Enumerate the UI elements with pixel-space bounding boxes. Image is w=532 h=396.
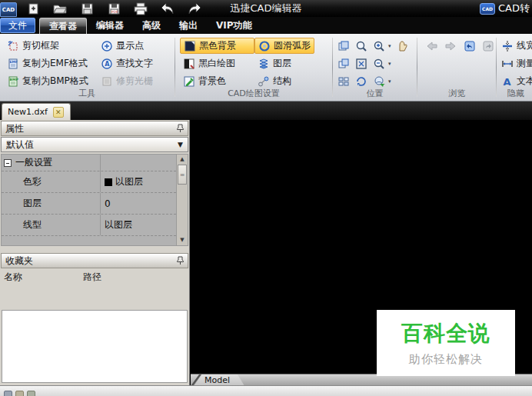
render-mode-icon[interactable] — [372, 75, 386, 88]
tab-editor[interactable]: 编辑器 — [87, 18, 133, 34]
property-preset-value: 默认值 — [6, 138, 34, 151]
ribbon-group-tools: 剪切框架 EMF 复制为EMF格式 BMP 复制为BMP格式 显示点 A — [0, 34, 174, 101]
save-pdf-icon: PDF — [107, 2, 121, 16]
pan-view-icon[interactable] — [337, 39, 351, 53]
watermark-title: 百科全说 — [401, 319, 490, 348]
pin-icon[interactable] — [177, 256, 184, 265]
cad-converter-icon: CAD — [480, 3, 495, 15]
smooth-arc-icon — [258, 40, 271, 52]
ribbon-group-browse: 浏览 — [419, 34, 495, 101]
new-file-button[interactable] — [22, 1, 44, 16]
copy-emf-button[interactable]: EMF 复制为EMF格式 — [4, 55, 98, 72]
pin-icon[interactable] — [177, 124, 184, 133]
bottom-panel-strip — [0, 385, 532, 396]
rotate-view-icon[interactable] — [354, 75, 368, 88]
save-as-pdf-button[interactable]: PDF — [103, 1, 125, 16]
clip-frame-button[interactable]: 剪切框架 — [4, 37, 98, 55]
model-tab[interactable]: Model — [194, 374, 244, 386]
black-background-toggle[interactable]: 黑色背景 — [180, 38, 254, 54]
zoom-in-dropdown[interactable]: ▾ — [388, 43, 391, 49]
chevron-down-icon: ▼ — [178, 141, 183, 148]
zoom-window-icon[interactable] — [354, 39, 368, 53]
ribbon-separator — [496, 38, 497, 97]
favorites-column-name[interactable]: 名称 — [4, 271, 83, 284]
copy-emf-icon: EMF — [7, 58, 19, 70]
menu-bar: 文件 查看器 编辑器 高级 输出 VIP功能 — [0, 17, 532, 34]
document-tab-label: New1.dxf — [8, 107, 48, 117]
menu-file-button[interactable]: 文件 — [0, 18, 35, 33]
open-folder-icon — [52, 2, 68, 16]
scroll-down-icon[interactable]: ▼ — [177, 235, 188, 245]
title-bar: CAD PDF 迅捷CAD编辑器 CAD CAD转 — [0, 0, 532, 17]
zoom-in-icon[interactable] — [372, 39, 386, 53]
print-button[interactable] — [130, 1, 151, 16]
scroll-up-icon[interactable]: ▲ — [177, 155, 188, 165]
smooth-arc-toggle[interactable]: 圆滑弧形 — [254, 38, 314, 54]
property-group-row[interactable]: 一般设置 — [2, 155, 176, 171]
group-label-position: 位置 — [334, 88, 416, 99]
tab-output[interactable]: 输出 — [170, 18, 207, 34]
find-text-icon: A — [101, 58, 113, 70]
new-file-icon — [26, 2, 41, 16]
status-icon-clipped — [27, 391, 35, 396]
zoom-out-icon[interactable] — [372, 57, 386, 71]
undo-button[interactable] — [157, 1, 178, 16]
layers-button[interactable]: 图层 — [254, 55, 314, 72]
show-points-button[interactable]: 显示点 — [98, 37, 156, 55]
open-file-button[interactable] — [49, 1, 71, 16]
favorites-column-path[interactable]: 路径 — [83, 271, 101, 284]
svg-text:A: A — [504, 76, 511, 88]
properties-scrollbar[interactable]: ▲ ≡ ▼ — [176, 155, 188, 245]
zoom-out-dropdown[interactable]: ▾ — [388, 61, 391, 67]
brand-link[interactable]: CAD CAD转 — [480, 0, 532, 17]
color-swatch-black — [105, 178, 112, 186]
save-button[interactable] — [76, 1, 98, 16]
ribbon-separator — [332, 38, 333, 97]
property-preset-dropdown[interactable]: 默认值 ▼ — [1, 137, 188, 152]
group-label-tools: 工具 — [0, 88, 174, 99]
properties-panel-header: 属性 — [1, 121, 188, 136]
render-mode-dropdown[interactable]: ▾ — [388, 78, 391, 85]
ribbon: 剪切框架 EMF 复制为EMF格式 BMP 复制为BMP格式 显示点 A — [0, 34, 532, 101]
line-weight-icon — [501, 40, 514, 52]
measure-button[interactable]: 测量 — [498, 55, 532, 72]
property-row-layer[interactable]: 图层 0 — [2, 193, 176, 215]
tab-viewer[interactable]: 查看器 — [39, 18, 87, 34]
watermark-subtitle: 助你轻松解决 — [409, 352, 483, 367]
clip-frame-icon — [7, 40, 19, 52]
printer-icon — [133, 2, 148, 16]
document-tab[interactable]: New1.dxf ✕ — [2, 103, 71, 120]
favorites-list[interactable] — [2, 310, 188, 383]
background-color-icon — [183, 75, 195, 88]
scroll-thumb[interactable]: ≡ — [178, 165, 187, 185]
zoom-extents-icon[interactable] — [354, 57, 368, 71]
svg-text:A: A — [105, 61, 110, 68]
property-grid: 一般设置 色彩 以图层 图层 0 线型 以图层 ▲ ≡ ▼ — [1, 154, 188, 246]
status-icon-clipped — [15, 391, 24, 396]
view-undo-icon[interactable] — [463, 39, 477, 53]
find-text-button[interactable]: A 查找文字 — [98, 55, 156, 72]
line-weight-button[interactable]: 线宽 — [498, 37, 532, 55]
app-logo-icon: CAD — [0, 2, 17, 17]
black-background-icon — [184, 40, 196, 52]
save-icon — [80, 2, 95, 16]
properties-panel-title: 属性 — [5, 122, 24, 135]
copy-bmp-icon: BMP — [7, 75, 19, 88]
brand-label: CAD转 — [498, 2, 530, 15]
hand-pan-icon[interactable] — [395, 39, 409, 53]
group-label-hide: 隐藏 — [498, 88, 532, 99]
tab-advanced[interactable]: 高级 — [133, 18, 170, 34]
view-redo-icon — [482, 39, 496, 53]
group-label-cad-settings: CAD绘图设置 — [176, 88, 331, 99]
tab-vip[interactable]: VIP功能 — [207, 18, 261, 34]
property-row-color[interactable]: 色彩 以图层 — [2, 171, 176, 193]
viewport-icon[interactable] — [337, 75, 351, 88]
redo-button[interactable] — [184, 1, 205, 16]
document-close-button[interactable]: ✕ — [53, 107, 64, 118]
status-icon-clipped — [4, 391, 12, 396]
property-row-linetype[interactable]: 线型 以图层 — [2, 215, 176, 236]
structure-icon — [258, 75, 270, 88]
copy-view-icon[interactable] — [337, 57, 351, 71]
bw-drawing-button[interactable]: 黑白绘图 — [180, 55, 254, 72]
collapse-minus-icon[interactable] — [4, 159, 12, 167]
